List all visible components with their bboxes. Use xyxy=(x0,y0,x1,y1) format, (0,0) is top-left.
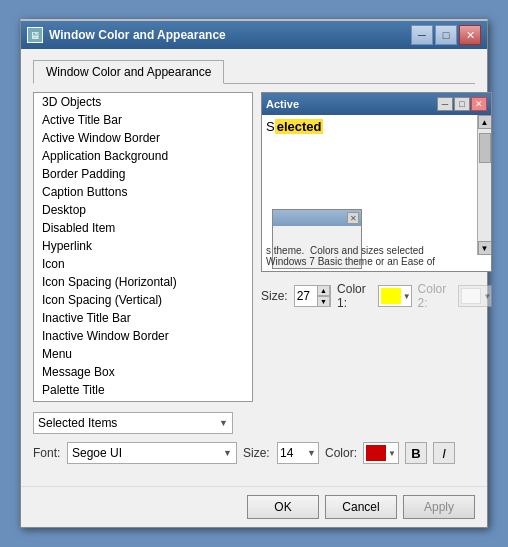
list-item[interactable]: Active Window Border xyxy=(34,129,252,147)
list-item[interactable]: Active Title Bar xyxy=(34,111,252,129)
maximize-button[interactable]: □ xyxy=(435,25,457,45)
size-color-controls: Size: ▲ ▼ Color 1: ▼ Color 2: xyxy=(261,282,492,310)
list-item[interactable]: Hyperlink xyxy=(34,237,252,255)
inner-titlebar: ✕ xyxy=(273,210,361,226)
spin-down[interactable]: ▼ xyxy=(317,296,330,307)
item-listbox[interactable]: 3D Objects Active Title Bar Active Windo… xyxy=(33,92,253,402)
font-color-label: Color: xyxy=(325,446,357,460)
item-dropdown[interactable]: Selected Items ▼ xyxy=(33,412,233,434)
list-item[interactable]: Inactive Window Border xyxy=(34,327,252,345)
font-label: Font: xyxy=(33,446,61,460)
scroll-thumb[interactable] xyxy=(479,133,491,163)
size-input-container: ▲ ▼ xyxy=(294,285,331,307)
preview-active-title: Active xyxy=(266,98,437,110)
list-item[interactable]: Border Padding xyxy=(34,165,252,183)
font-color-dropdown[interactable]: ▼ xyxy=(363,442,399,464)
scroll-up-btn[interactable]: ▲ xyxy=(478,115,492,129)
tab-bar: Window Color and Appearance xyxy=(33,59,475,84)
list-item[interactable]: Disabled Item xyxy=(34,219,252,237)
font-dropdown-arrow: ▼ xyxy=(223,448,232,458)
list-item[interactable]: Desktop xyxy=(34,201,252,219)
font-dropdown[interactable]: Segoe UI ▼ xyxy=(67,442,237,464)
list-item[interactable]: Icon Spacing (Horizontal) xyxy=(34,273,252,291)
list-item[interactable]: Icon Spacing (Vertical) xyxy=(34,291,252,309)
preview-max-btn[interactable]: □ xyxy=(454,97,470,111)
italic-button[interactable]: I xyxy=(433,442,455,464)
minimize-button[interactable]: ─ xyxy=(411,25,433,45)
listbox-container: 3D Objects Active Title Bar Active Windo… xyxy=(33,92,253,402)
preview-active-titlebar: Active ─ □ ✕ xyxy=(262,93,491,115)
list-item[interactable]: Palette Title xyxy=(34,381,252,399)
font-size-arrow: ▼ xyxy=(307,448,316,458)
preview-window: Active ─ □ ✕ Selected ▲ xyxy=(261,92,492,272)
font-row: Font: Segoe UI ▼ Size: 14 ▼ Color: ▼ B I xyxy=(33,442,475,464)
bold-button[interactable]: B xyxy=(405,442,427,464)
list-item[interactable]: Menu xyxy=(34,345,252,363)
apply-button[interactable]: Apply xyxy=(403,495,475,519)
color1-dropdown[interactable]: ▼ xyxy=(378,285,412,307)
list-item[interactable]: Application Background xyxy=(34,147,252,165)
font-size-value: 14 xyxy=(280,446,293,460)
color2-dropdown[interactable]: ▼ xyxy=(458,285,492,307)
dialog-window: 🖥 Window Color and Appearance ─ □ ✕ Wind… xyxy=(20,19,488,528)
item-dropdown-value: Selected Items xyxy=(38,416,117,430)
item-dropdown-arrow: ▼ xyxy=(219,418,228,428)
size-label: Size: xyxy=(261,289,288,303)
color2-swatch xyxy=(461,288,481,304)
cancel-button[interactable]: Cancel xyxy=(325,495,397,519)
font-color-swatch xyxy=(366,445,386,461)
scroll-down-btn[interactable]: ▼ xyxy=(478,241,492,255)
color1-swatch xyxy=(381,288,401,304)
list-item[interactable]: Caption Buttons xyxy=(34,183,252,201)
list-item[interactable]: Message Box xyxy=(34,363,252,381)
bottom-controls: Selected Items ▼ Font: Segoe UI ▼ Size: … xyxy=(33,412,475,464)
color1-arrow: ▼ xyxy=(403,292,411,301)
spin-up[interactable]: ▲ xyxy=(317,285,330,296)
preview-scrollbar: ▲ ▼ xyxy=(477,115,491,255)
title-bar: 🖥 Window Color and Appearance ─ □ ✕ xyxy=(21,21,487,49)
dialog-icon: 🖥 xyxy=(27,27,43,43)
font-value: Segoe UI xyxy=(72,446,122,460)
preview-body: Selected xyxy=(262,115,491,138)
dialog-content: Window Color and Appearance 3D Objects A… xyxy=(21,49,487,482)
preview-desc: s theme. Colors and sizes selectedWindow… xyxy=(266,245,475,267)
preview-selected-text: elected xyxy=(275,119,324,134)
color2-arrow: ▼ xyxy=(483,292,491,301)
main-area: 3D Objects Active Title Bar Active Windo… xyxy=(33,92,475,402)
close-button[interactable]: ✕ xyxy=(459,25,481,45)
tab-window-color[interactable]: Window Color and Appearance xyxy=(33,60,224,84)
preview-area: Active ─ □ ✕ Selected ▲ xyxy=(261,92,492,402)
ok-button[interactable]: OK xyxy=(247,495,319,519)
list-item[interactable]: Scrollbar xyxy=(34,399,252,402)
title-bar-buttons: ─ □ ✕ xyxy=(411,25,481,45)
font-size-dropdown[interactable]: 14 ▼ xyxy=(277,442,319,464)
dialog-title: Window Color and Appearance xyxy=(49,28,411,42)
list-item[interactable]: Icon xyxy=(34,255,252,273)
font-color-arrow: ▼ xyxy=(388,449,396,458)
list-item[interactable]: Inactive Title Bar xyxy=(34,309,252,327)
color2-label: Color 2: xyxy=(418,282,453,310)
dialog-footer: OK Cancel Apply xyxy=(21,486,487,527)
preview-titlebar-buttons: ─ □ ✕ xyxy=(437,97,487,111)
scroll-track xyxy=(478,129,492,241)
list-item[interactable]: 3D Objects xyxy=(34,93,252,111)
inner-close-btn[interactable]: ✕ xyxy=(347,212,359,224)
font-size-label: Size: xyxy=(243,446,271,460)
preview-close-btn[interactable]: ✕ xyxy=(471,97,487,111)
item-dropdown-row: Selected Items ▼ xyxy=(33,412,475,434)
preview-min-btn[interactable]: ─ xyxy=(437,97,453,111)
spin-buttons: ▲ ▼ xyxy=(317,285,330,307)
color1-label: Color 1: xyxy=(337,282,372,310)
